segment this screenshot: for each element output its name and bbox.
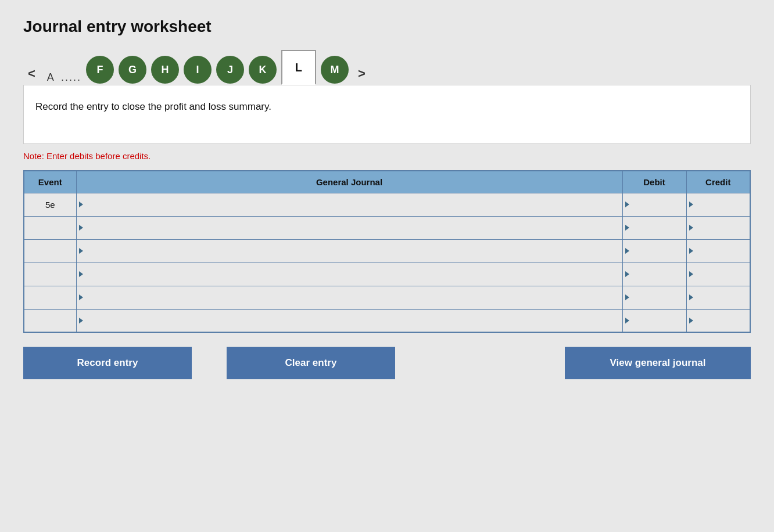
debit-cell-3[interactable] bbox=[622, 239, 686, 263]
debit-cell-1[interactable] bbox=[622, 193, 686, 216]
table-row bbox=[24, 309, 750, 332]
instruction-box: Record the entry to close the profit and… bbox=[23, 85, 751, 144]
event-cell-6 bbox=[24, 309, 76, 332]
tab-f[interactable]: F bbox=[86, 56, 114, 84]
record-entry-button[interactable]: Record entry bbox=[23, 347, 192, 379]
credit-cell-2[interactable] bbox=[686, 216, 750, 239]
table-row bbox=[24, 216, 750, 239]
general-journal-input-6[interactable] bbox=[77, 310, 622, 332]
credit-input-6[interactable] bbox=[687, 310, 750, 332]
tab-k[interactable]: K bbox=[249, 56, 277, 84]
tab-g[interactable]: G bbox=[119, 56, 146, 84]
general-journal-input-1[interactable] bbox=[77, 193, 622, 216]
debit-cell-4[interactable] bbox=[622, 263, 686, 286]
header-general-journal: General Journal bbox=[76, 171, 622, 193]
buttons-row: Record entry Clear entry View general jo… bbox=[23, 347, 751, 379]
event-cell-5 bbox=[24, 286, 76, 309]
debit-input-1[interactable] bbox=[623, 193, 686, 216]
view-general-journal-button[interactable]: View general journal bbox=[565, 347, 751, 379]
event-cell-4 bbox=[24, 263, 76, 286]
table-row bbox=[24, 263, 750, 286]
general-journal-cell-5[interactable] bbox=[76, 286, 622, 309]
tab-l-active[interactable]: L bbox=[281, 50, 316, 85]
table-row: 5e bbox=[24, 193, 750, 216]
tab-j[interactable]: J bbox=[216, 56, 244, 84]
debit-input-2[interactable] bbox=[623, 217, 686, 239]
tab-dots: ..... bbox=[61, 71, 81, 84]
debit-cell-2[interactable] bbox=[622, 216, 686, 239]
credit-cell-6[interactable] bbox=[686, 309, 750, 332]
general-journal-input-4[interactable] bbox=[77, 263, 622, 286]
clear-entry-button[interactable]: Clear entry bbox=[227, 347, 395, 379]
tab-i[interactable]: I bbox=[184, 56, 212, 84]
tabs-navigation: < A ..... F G H I J K L M > bbox=[23, 50, 751, 84]
prev-arrow[interactable]: < bbox=[23, 64, 40, 84]
next-arrow[interactable]: > bbox=[353, 64, 370, 84]
journal-table: Event General Journal Debit Credit 5e bbox=[23, 170, 751, 333]
event-cell-3 bbox=[24, 239, 76, 263]
credit-cell-5[interactable] bbox=[686, 286, 750, 309]
general-journal-cell-1[interactable] bbox=[76, 193, 622, 216]
debit-input-4[interactable] bbox=[623, 263, 686, 286]
general-journal-input-2[interactable] bbox=[77, 217, 622, 239]
page-title: Journal entry worksheet bbox=[23, 17, 751, 36]
credit-input-1[interactable] bbox=[687, 193, 750, 216]
tab-m[interactable]: M bbox=[321, 56, 349, 84]
note-text: Note: Enter debits before credits. bbox=[23, 151, 751, 161]
tab-a[interactable]: A bbox=[47, 71, 54, 84]
debit-input-3[interactable] bbox=[623, 240, 686, 263]
credit-cell-4[interactable] bbox=[686, 263, 750, 286]
credit-input-2[interactable] bbox=[687, 217, 750, 239]
debit-cell-6[interactable] bbox=[622, 309, 686, 332]
general-journal-cell-2[interactable] bbox=[76, 216, 622, 239]
credit-cell-3[interactable] bbox=[686, 239, 750, 263]
event-cell-1: 5e bbox=[24, 193, 76, 216]
header-debit: Debit bbox=[622, 171, 686, 193]
general-journal-cell-3[interactable] bbox=[76, 239, 622, 263]
credit-cell-1[interactable] bbox=[686, 193, 750, 216]
debit-input-6[interactable] bbox=[623, 310, 686, 332]
tab-h[interactable]: H bbox=[151, 56, 179, 84]
general-journal-cell-6[interactable] bbox=[76, 309, 622, 332]
table-row bbox=[24, 239, 750, 263]
instruction-text: Record the entry to close the profit and… bbox=[35, 101, 271, 112]
general-journal-input-5[interactable] bbox=[77, 286, 622, 309]
header-event: Event bbox=[24, 171, 76, 193]
credit-input-4[interactable] bbox=[687, 263, 750, 286]
credit-input-3[interactable] bbox=[687, 240, 750, 263]
table-row bbox=[24, 286, 750, 309]
debit-input-5[interactable] bbox=[623, 286, 686, 309]
debit-cell-5[interactable] bbox=[622, 286, 686, 309]
general-journal-cell-4[interactable] bbox=[76, 263, 622, 286]
event-cell-2 bbox=[24, 216, 76, 239]
general-journal-input-3[interactable] bbox=[77, 240, 622, 263]
credit-input-5[interactable] bbox=[687, 286, 750, 309]
header-credit: Credit bbox=[686, 171, 750, 193]
